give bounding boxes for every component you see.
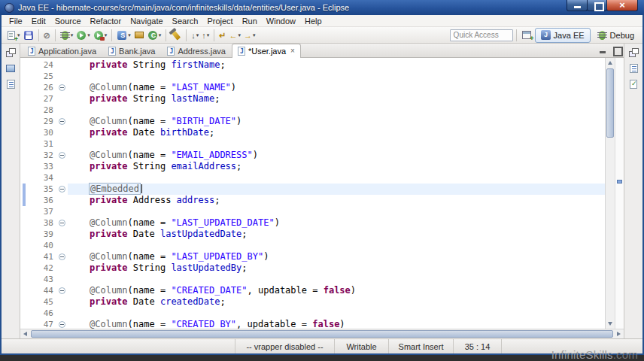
folding-ruler[interactable] xyxy=(56,172,68,184)
skip-breakpoints-button[interactable]: ⊘ xyxy=(42,28,52,43)
annotation-ruler[interactable] xyxy=(20,93,31,105)
menu-file[interactable]: File xyxy=(5,16,27,26)
scroll-left-icon[interactable] xyxy=(20,329,30,338)
folding-ruler[interactable] xyxy=(56,206,68,217)
menu-search[interactable]: Search xyxy=(168,16,203,26)
code-text[interactable] xyxy=(68,274,605,285)
prev-annotation-button[interactable]: ↑▾ xyxy=(200,28,211,43)
code-text[interactable]: private Date createdDate; xyxy=(68,296,605,308)
annotation-ruler[interactable] xyxy=(20,71,31,82)
tab-application-java[interactable]: Application.java xyxy=(22,44,102,57)
fold-collapse-icon[interactable] xyxy=(59,253,65,260)
folding-ruler[interactable] xyxy=(56,116,68,127)
code-text[interactable]: @Column(name = "LAST_NAME") xyxy=(68,82,605,93)
folding-ruler[interactable] xyxy=(56,240,68,251)
new-package-button[interactable] xyxy=(132,28,146,43)
menu-window[interactable]: Window xyxy=(262,16,300,26)
annotation-ruler[interactable] xyxy=(20,116,31,127)
fold-collapse-icon[interactable] xyxy=(59,152,65,159)
annotation-ruler[interactable] xyxy=(20,308,31,319)
code-text[interactable]: @Column(name = "EMAIL_ADDRESS") xyxy=(68,150,605,161)
horizontal-scroll-thumb[interactable] xyxy=(31,330,613,338)
folding-ruler[interactable] xyxy=(56,127,68,138)
line-number[interactable]: 34 xyxy=(31,172,56,184)
line-number[interactable]: 35 xyxy=(31,184,56,195)
code-text[interactable]: private Address address; xyxy=(68,195,605,206)
annotation-ruler[interactable] xyxy=(20,274,31,285)
code-text[interactable] xyxy=(68,105,605,116)
fold-collapse-icon[interactable] xyxy=(59,287,65,294)
annotation-ruler[interactable] xyxy=(20,161,31,172)
project-explorer-button[interactable] xyxy=(3,62,18,75)
annotation-ruler[interactable] xyxy=(20,195,31,206)
scroll-up-icon[interactable] xyxy=(606,58,615,68)
perspective-debug[interactable]: Debug xyxy=(592,28,639,43)
code-text[interactable] xyxy=(68,138,605,150)
tab-bank-java[interactable]: Bank.java xyxy=(102,44,161,57)
menu-source[interactable]: Source xyxy=(50,16,86,26)
annotation-ruler[interactable] xyxy=(20,262,31,274)
code-text[interactable]: private String emailAddress; xyxy=(68,161,605,172)
line-number[interactable]: 24 xyxy=(31,59,56,71)
run-button[interactable]: ▾ xyxy=(74,28,92,43)
code-lines[interactable]: 24private String firstName;2526@Column(n… xyxy=(20,59,605,329)
line-number[interactable]: 36 xyxy=(31,195,56,206)
code-text[interactable]: @Column(name = "CREATED_DATE", updatable… xyxy=(68,285,605,296)
line-number[interactable]: 47 xyxy=(31,319,56,329)
code-text[interactable]: @Embedded xyxy=(68,184,605,195)
line-number[interactable]: 43 xyxy=(31,274,56,285)
line-number[interactable]: 37 xyxy=(31,206,56,217)
line-number[interactable]: 33 xyxy=(31,161,56,172)
folding-ruler[interactable] xyxy=(56,93,68,105)
tab-close-icon[interactable]: × xyxy=(290,47,295,55)
maximize-editor-icon[interactable] xyxy=(612,46,621,55)
line-number[interactable]: 39 xyxy=(31,229,56,240)
new-wizard-button[interactable]: ▾ xyxy=(5,28,22,43)
folding-ruler[interactable] xyxy=(56,308,68,319)
annotation-ruler[interactable] xyxy=(20,105,31,116)
code-text[interactable]: private String lastName; xyxy=(68,93,605,105)
annotation-ruler[interactable] xyxy=(20,229,31,240)
new-servlet-button[interactable]: ▾ xyxy=(115,28,132,43)
code-text[interactable]: private String firstName; xyxy=(68,59,605,71)
minimize-editor-icon[interactable] xyxy=(598,46,608,55)
menu-edit[interactable]: Edit xyxy=(27,16,50,26)
annotation-ruler[interactable] xyxy=(20,296,31,308)
annotation-ruler[interactable] xyxy=(20,150,31,161)
annotation-ruler[interactable] xyxy=(20,217,31,229)
folding-ruler[interactable] xyxy=(56,138,68,150)
line-number[interactable]: 26 xyxy=(31,82,56,93)
tasks-button[interactable] xyxy=(626,77,641,91)
back-button[interactable]: ←▾ xyxy=(228,28,243,43)
line-number[interactable]: 41 xyxy=(31,251,56,262)
overview-ruler[interactable] xyxy=(615,58,624,329)
line-number[interactable]: 25 xyxy=(31,71,56,82)
fold-collapse-icon[interactable] xyxy=(59,118,65,125)
code-text[interactable]: @Column(name = "LAST_UPDATED_DATE") xyxy=(68,217,605,229)
line-number[interactable]: 42 xyxy=(31,262,56,274)
annotation-ruler[interactable] xyxy=(20,206,31,217)
menu-project[interactable]: Project xyxy=(202,16,237,26)
line-number[interactable]: 40 xyxy=(31,240,56,251)
annotation-ruler[interactable] xyxy=(20,172,31,184)
folding-ruler[interactable] xyxy=(56,184,68,195)
code-text[interactable] xyxy=(68,308,605,319)
menu-refactor[interactable]: Refactor xyxy=(86,16,126,26)
annotation-ruler[interactable] xyxy=(20,59,31,71)
menu-navigate[interactable]: Navigate xyxy=(126,16,167,26)
annotation-ruler[interactable] xyxy=(20,251,31,262)
annotation-ruler[interactable] xyxy=(20,82,31,93)
folding-ruler[interactable] xyxy=(56,82,68,93)
code-text[interactable]: @Column(name = "CREATED_BY", updatable =… xyxy=(68,319,605,329)
code-text[interactable]: private String lastUpdatedBy; xyxy=(68,262,605,274)
folding-ruler[interactable] xyxy=(56,195,68,206)
line-number[interactable]: 32 xyxy=(31,150,56,161)
code-text[interactable] xyxy=(68,172,605,184)
folding-ruler[interactable] xyxy=(56,161,68,172)
folding-ruler[interactable] xyxy=(56,262,68,274)
code-text[interactable] xyxy=(68,206,605,217)
code-text[interactable]: @Column(name = "LAST_UPDATED_BY") xyxy=(68,251,605,262)
close-button[interactable] xyxy=(606,0,638,11)
new-class-button[interactable]: ▾ xyxy=(146,28,163,43)
line-number[interactable]: 27 xyxy=(31,93,56,105)
